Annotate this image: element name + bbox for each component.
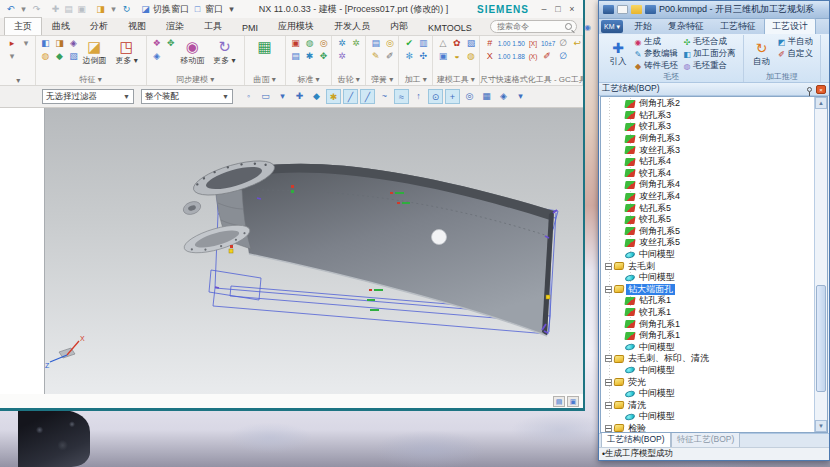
- snap-icon-5[interactable]: ✱: [326, 89, 341, 104]
- redo-icon[interactable]: ↷: [30, 3, 43, 16]
- undo-icon[interactable]: ↶: [4, 3, 17, 16]
- infer-button-1[interactable]: ✐自定义: [777, 48, 814, 60]
- tree-item-24[interactable]: 荧光: [601, 376, 814, 388]
- window-button[interactable]: □: [191, 3, 204, 16]
- ribbon-icon-9-9[interactable]: ✐: [540, 50, 554, 63]
- refresh-icon[interactable]: ↻: [120, 3, 133, 16]
- snap-icon-9[interactable]: ≈: [394, 89, 409, 104]
- tree-item-13[interactable]: 中间模型: [601, 249, 814, 261]
- ribbon-icon-0-2[interactable]: ▾: [19, 37, 33, 50]
- ribbon-icon-1-2[interactable]: ◨: [53, 37, 67, 50]
- ribbon-icon-0-0[interactable]: ▸: [5, 37, 19, 50]
- ribbon-icon-6-1[interactable]: ✎: [369, 50, 383, 63]
- snap-icon-14[interactable]: ▦: [479, 89, 494, 104]
- km-tab-3[interactable]: 工艺设计: [764, 18, 816, 34]
- search-input[interactable]: [495, 21, 565, 32]
- ribbon-icon-4-5[interactable]: ✥: [317, 50, 331, 63]
- nx-tab-1[interactable]: 曲线: [42, 17, 80, 35]
- tree-item-14[interactable]: 去毛刺: [601, 260, 814, 272]
- ribbon-icon-5-1[interactable]: ✲: [335, 50, 349, 63]
- save-icon[interactable]: [645, 5, 656, 14]
- snap-icon-16[interactable]: ▾: [513, 89, 528, 104]
- copy-icon[interactable]: ▤: [62, 3, 75, 16]
- ribbon-icon-4-2[interactable]: ◍: [303, 37, 317, 50]
- search-icon[interactable]: [565, 23, 572, 30]
- tree-item-18[interactable]: 铰孔系1: [601, 307, 814, 319]
- ribbon-icon-7-0[interactable]: ✔: [402, 37, 416, 50]
- tree-item-27[interactable]: 中间模型: [601, 411, 814, 423]
- tree-scrollbar[interactable]: ▲ ▼: [814, 97, 827, 432]
- ribbon-icon-1-1[interactable]: ◍: [39, 50, 53, 63]
- ribbon-icon-4-0[interactable]: ▣: [289, 37, 303, 50]
- tree-item-3[interactable]: 倒角孔系3: [601, 133, 814, 145]
- bottom-tab-0[interactable]: 工艺结构(BOP): [601, 432, 671, 447]
- nx-tab-8[interactable]: 开发人员: [324, 17, 380, 35]
- tree-item-11[interactable]: 倒角孔系5: [601, 226, 814, 238]
- nx-tab-0[interactable]: 主页: [4, 17, 42, 35]
- ribbon-icon-6-3[interactable]: ✐: [383, 50, 397, 63]
- snap-icon-12[interactable]: +: [445, 89, 460, 104]
- nx-tab-5[interactable]: 工具: [194, 17, 232, 35]
- ribbon-button-1-6[interactable]: ◪边倒圆: [78, 37, 110, 66]
- tree-item-8[interactable]: 攻丝孔系4: [601, 191, 814, 203]
- ribbon-icon-6-0[interactable]: ▤: [369, 37, 383, 50]
- tree-item-9[interactable]: 钻孔系5: [601, 202, 814, 214]
- ribbon-icon-1-0[interactable]: ◧: [39, 37, 53, 50]
- casing-segment-model[interactable]: [181, 154, 554, 336]
- switch-window-button-label[interactable]: 切换窗口: [153, 4, 189, 14]
- blank-button-0[interactable]: ◉生成: [633, 36, 678, 48]
- snap-icon-1[interactable]: ▭: [258, 89, 273, 104]
- scrollbar-thumb[interactable]: [816, 285, 826, 392]
- tree-item-1[interactable]: 钻孔系3: [601, 110, 814, 122]
- tree-expander-icon[interactable]: [605, 402, 612, 409]
- ribbon-icon-9-3[interactable]: 1.00: [497, 50, 512, 63]
- nx-tab-2[interactable]: 分析: [80, 17, 118, 35]
- open-file-icon[interactable]: [631, 5, 642, 14]
- nx-tab-10[interactable]: KMTOOLS: [418, 20, 482, 35]
- open-icon[interactable]: ◨: [94, 3, 107, 16]
- ribbon-button-3-0[interactable]: ▦: [248, 37, 282, 55]
- tree-item-25[interactable]: 中间模型: [601, 388, 814, 400]
- tree-item-15[interactable]: 中间模型: [601, 272, 814, 284]
- tree-expander-icon[interactable]: [605, 355, 612, 362]
- tree-item-0[interactable]: 倒角孔系2: [601, 98, 814, 110]
- ribbon-icon-4-1[interactable]: ▤: [289, 50, 303, 63]
- tree-expander-icon[interactable]: [605, 263, 612, 270]
- ribbon-icon-9-10[interactable]: ∅: [556, 37, 570, 50]
- km-tab-2[interactable]: 工艺特征: [712, 18, 764, 34]
- cut-icon[interactable]: ▣: [75, 3, 88, 16]
- ribbon-icon-5-2[interactable]: ✲: [349, 37, 363, 50]
- tree-item-17[interactable]: 钻孔系1: [601, 295, 814, 307]
- tree-item-26[interactable]: 清洗: [601, 399, 814, 411]
- tree-item-16[interactable]: 钻大端面孔: [601, 284, 814, 296]
- ribbon-icon-9-8[interactable]: 10±7: [540, 37, 556, 50]
- nx-tab-4[interactable]: 渲染: [156, 17, 194, 35]
- tree-item-19[interactable]: 倒角孔系1: [601, 318, 814, 330]
- blank-button-4[interactable]: ◧加工面分离: [682, 48, 736, 60]
- ribbon-icon-8-3[interactable]: ◒: [450, 50, 464, 63]
- snap-icon-7[interactable]: ╱: [360, 89, 375, 104]
- nx-tab-9[interactable]: 内部: [380, 17, 418, 35]
- tree-item-4[interactable]: 攻丝孔系3: [601, 144, 814, 156]
- paste-icon[interactable]: ✚: [49, 3, 62, 16]
- ribbon-icon-9-1[interactable]: X: [483, 50, 497, 63]
- tree-item-10[interactable]: 铰孔系5: [601, 214, 814, 226]
- snap-icon-0[interactable]: ◦: [241, 89, 256, 104]
- view-tool-icon-1[interactable]: ▤: [553, 396, 565, 407]
- window-caret-icon[interactable]: ▾: [225, 3, 238, 16]
- ribbon-icon-1-3[interactable]: ◆: [53, 50, 67, 63]
- ribbon-icon-7-2[interactable]: ▥: [416, 37, 430, 50]
- infer-button-0[interactable]: ◩半自动: [777, 36, 814, 48]
- nx-close-button[interactable]: ×: [565, 2, 579, 16]
- nx-restore-button[interactable]: □: [551, 2, 565, 16]
- tree-item-2[interactable]: 铰孔系3: [601, 121, 814, 133]
- tree-item-22[interactable]: 去毛刺、标印、清洗: [601, 353, 814, 365]
- ribbon-icon-8-0[interactable]: △: [436, 37, 450, 50]
- snap-icon-6[interactable]: ╱: [343, 89, 358, 104]
- scroll-down-icon[interactable]: ▼: [815, 420, 827, 432]
- pin-icon[interactable]: [807, 87, 812, 92]
- undo-caret-icon[interactable]: ▾: [17, 3, 30, 16]
- tree-item-20[interactable]: 倒角孔系1: [601, 330, 814, 342]
- tree-item-5[interactable]: 钻孔系4: [601, 156, 814, 168]
- ribbon-icon-7-1[interactable]: ✻: [402, 50, 416, 63]
